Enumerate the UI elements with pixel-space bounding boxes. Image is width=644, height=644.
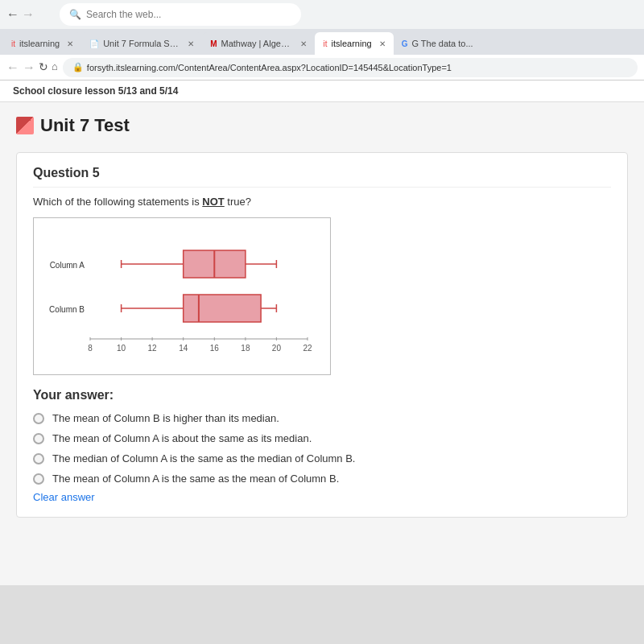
svg-text:10: 10 xyxy=(117,344,126,353)
tab-close-icon[interactable]: ✕ xyxy=(300,39,307,48)
answer-text-4: The mean of Column A is the same as the … xyxy=(52,473,339,485)
radio-2[interactable] xyxy=(33,433,44,444)
answer-option-2[interactable]: The mean of Column A is about the same a… xyxy=(33,432,611,444)
svg-text:Column A: Column A xyxy=(50,261,85,270)
question-number: Question 5 xyxy=(33,166,611,188)
question-card: Question 5 Which of the following statem… xyxy=(16,152,628,518)
tab-close-icon[interactable]: ✕ xyxy=(67,39,73,48)
question-text: Which of the following statements is NOT… xyxy=(33,196,611,208)
search-icon: 🔍 xyxy=(69,9,81,20)
tab-close-icon[interactable]: ✕ xyxy=(188,39,194,48)
main-content: Unit 7 Test Question 5 Which of the foll… xyxy=(0,102,644,585)
box-plot-svg: 8 10 12 14 16 18 20 22 xyxy=(42,226,316,363)
svg-text:20: 20 xyxy=(272,344,282,353)
browser-chrome: ← → 🔍 Search the web... it itslearning ✕… xyxy=(0,0,644,80)
home-button[interactable]: ⌂ xyxy=(52,60,58,75)
answer-options: The mean of Column B is higher than its … xyxy=(33,412,611,485)
svg-text:Column B: Column B xyxy=(49,305,85,314)
svg-rect-28 xyxy=(184,295,261,322)
tab-close-active-icon[interactable]: ✕ xyxy=(379,39,386,48)
page-title: Unit 7 Test xyxy=(16,115,628,136)
back-icon[interactable]: ← xyxy=(6,7,19,22)
forward-button[interactable]: → xyxy=(23,60,35,75)
radio-1[interactable] xyxy=(33,413,44,424)
clear-answer-button[interactable]: Clear answer xyxy=(33,491,95,503)
tabs-row: it itslearning ✕ 📄 Unit 7 Formula Sheet.… xyxy=(0,29,644,55)
svg-text:12: 12 xyxy=(148,344,158,353)
reload-button[interactable]: ↻ xyxy=(39,60,48,75)
answer-text-3: The median of Column A is the same as th… xyxy=(52,452,355,464)
radio-3[interactable] xyxy=(33,453,44,464)
breadcrumb: School closure lesson 5/13 and 5/14 xyxy=(0,80,644,102)
search-bar[interactable]: 🔍 Search the web... xyxy=(60,3,301,26)
address-bar[interactable]: 🔒 forsyth.itslearning.com/ContentArea/Co… xyxy=(63,58,638,77)
svg-text:22: 22 xyxy=(303,344,312,353)
search-bar-row: ← → 🔍 Search the web... xyxy=(0,0,644,29)
tab-itslearning[interactable]: it itslearning ✕ xyxy=(3,32,81,55)
nav-buttons: ← → ↻ ⌂ xyxy=(6,60,58,75)
tab-mathway[interactable]: M Mathway | Algebra Proble... ✕ xyxy=(202,32,315,55)
svg-text:18: 18 xyxy=(241,344,250,353)
your-answer-label: Your answer: xyxy=(33,388,611,402)
answer-text-2: The mean of Column A is about the same a… xyxy=(52,432,312,444)
tab-formula-sheet[interactable]: 📄 Unit 7 Formula Sheet.pdf ✕ xyxy=(81,32,202,55)
answer-option-1[interactable]: The mean of Column B is higher than its … xyxy=(33,412,611,424)
tab-google[interactable]: G G The data to... xyxy=(394,32,481,55)
svg-text:16: 16 xyxy=(210,344,220,353)
lock-icon: 🔒 xyxy=(72,62,84,72)
radio-4[interactable] xyxy=(33,473,44,485)
address-bar-row: ← → ↻ ⌂ 🔒 forsyth.itslearning.com/Conten… xyxy=(0,55,644,80)
not-text: NOT xyxy=(202,196,224,208)
title-icon xyxy=(16,117,34,134)
svg-text:8: 8 xyxy=(88,344,93,353)
answer-option-4[interactable]: The mean of Column A is the same as the … xyxy=(33,473,611,485)
chart-container: 8 10 12 14 16 18 20 22 xyxy=(33,217,331,375)
back-button[interactable]: ← xyxy=(6,60,19,75)
url-text: forsyth.itslearning.com/ContentArea/Cont… xyxy=(87,63,452,72)
forward-icon[interactable]: → xyxy=(22,7,35,22)
svg-text:14: 14 xyxy=(179,344,188,353)
answer-text-1: The mean of Column B is higher than its … xyxy=(52,412,279,424)
search-text: Search the web... xyxy=(86,9,161,20)
answer-option-3[interactable]: The median of Column A is the same as th… xyxy=(33,452,611,464)
page-content: School closure lesson 5/13 and 5/14 Unit… xyxy=(0,80,644,585)
tab-itslearning-active[interactable]: it itslearning ✕ xyxy=(315,32,393,55)
